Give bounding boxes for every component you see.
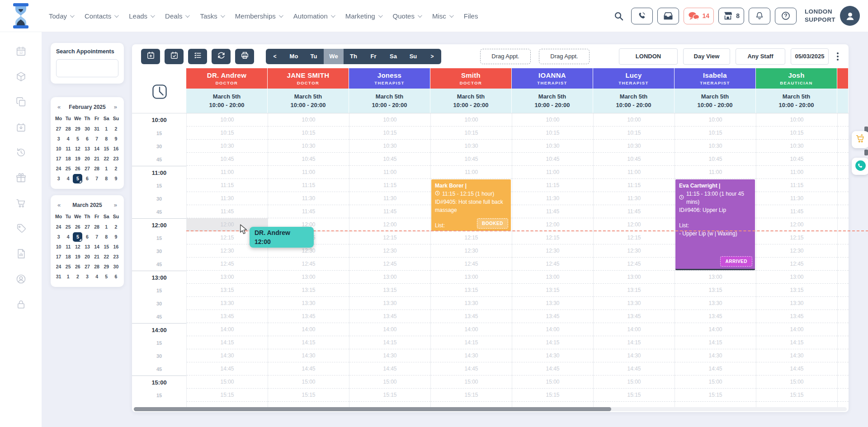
time-slot-cell[interactable]: 13:45 — [349, 310, 430, 323]
time-slot-cell[interactable]: 14:30 — [268, 349, 349, 362]
time-slot-cell[interactable]: 14:00 — [268, 323, 349, 336]
time-slot-cell[interactable]: 11:00 — [675, 166, 756, 179]
day-tab-su[interactable]: Su — [403, 49, 423, 64]
time-slot-cell[interactable]: 13:00 — [349, 271, 430, 284]
next-month-button[interactable]: » — [114, 202, 117, 208]
time-slot-cell[interactable]: 14:45 — [349, 362, 430, 375]
time-slot-cell[interactable]: 15:15 — [594, 389, 675, 402]
time-slot-cell[interactable]: 11:15 — [594, 179, 675, 192]
calendar-day[interactable]: 24 — [54, 222, 63, 232]
time-slot-cell[interactable]: 10:45 — [512, 153, 593, 166]
time-slot-cell[interactable]: 10:30 — [594, 140, 675, 153]
time-slot-cell[interactable]: 13:15 — [675, 284, 756, 297]
time-slot-cell[interactable]: 10:00 — [187, 113, 268, 127]
time-slot-cell[interactable]: 11:45 — [594, 205, 675, 218]
appointment-card[interactable]: Mark Borer |11:15 - 12:15 (1 hour)ID#940… — [431, 179, 511, 231]
nav-item-leads[interactable]: Leads — [129, 12, 154, 20]
calendar-day[interactable]: 1 — [102, 124, 111, 134]
time-slot-cell[interactable] — [838, 310, 849, 323]
time-slot-cell[interactable]: 15:00 — [756, 375, 837, 389]
phone-button[interactable] — [631, 8, 653, 24]
calendar-day[interactable]: 4 — [63, 174, 73, 183]
time-slot-cell[interactable]: 12:30 — [594, 244, 675, 258]
app-logo[interactable] — [11, 3, 32, 29]
time-slot-cell[interactable]: 11:45 — [187, 205, 268, 218]
time-slot-cell[interactable]: 15:15 — [756, 389, 837, 402]
time-slot-cell[interactable] — [838, 153, 849, 166]
time-slot-cell[interactable]: 15:00 — [268, 375, 349, 389]
sidebar-item-account[interactable] — [15, 274, 27, 286]
inbox-button[interactable] — [657, 8, 679, 24]
calendar-day[interactable]: 24 — [54, 164, 63, 174]
time-slot-cell[interactable]: 14:30 — [431, 349, 512, 362]
time-slot-cell[interactable]: 10:15 — [187, 127, 268, 140]
calendar-day[interactable]: 29 — [102, 262, 111, 272]
time-slot-cell[interactable]: 10:00 — [675, 113, 756, 127]
time-slot-cell[interactable]: 14:30 — [675, 349, 756, 362]
phone-circle-float-button[interactable] — [852, 158, 868, 175]
time-slot-cell[interactable]: 12:45 — [594, 258, 675, 271]
time-slot-cell[interactable]: 10:15 — [594, 127, 675, 140]
time-slot-cell[interactable] — [838, 349, 849, 362]
sidebar-item-package[interactable] — [15, 71, 27, 83]
calendar-day[interactable]: 28 — [92, 222, 102, 232]
calendar-day[interactable]: 17 — [54, 252, 63, 262]
calendar-day[interactable]: 3 — [82, 272, 92, 282]
date-input[interactable]: 05/03/2025 — [791, 48, 829, 65]
time-slot-cell[interactable]: 11:30 — [756, 192, 837, 205]
appointment-card[interactable]: Eva Cartwright |11:15 - 13:00 (1 hour 45… — [675, 179, 755, 270]
time-slot-cell[interactable]: 13:30 — [594, 297, 675, 310]
calendar-day[interactable]: 27 — [82, 262, 92, 272]
calendar-day[interactable]: 29 — [73, 124, 82, 134]
time-slot-cell[interactable]: 14:15 — [187, 336, 268, 349]
next-month-button[interactable]: » — [114, 103, 117, 110]
time-slot-cell[interactable] — [838, 113, 849, 127]
time-slot-cell[interactable]: 14:45 — [756, 362, 837, 375]
time-slot-cell[interactable]: 15:15 — [349, 389, 430, 402]
nav-item-quotes[interactable]: Quotes — [393, 12, 421, 20]
calendar-day[interactable]: 9 — [111, 134, 121, 144]
calendar-day[interactable]: 31 — [54, 272, 63, 282]
time-slot-cell[interactable]: 11:15 — [187, 179, 268, 192]
time-slot-cell[interactable] — [838, 231, 849, 244]
calendar-day[interactable]: 28 — [92, 262, 102, 272]
time-slot-cell[interactable]: 14:45 — [187, 362, 268, 375]
time-slot-cell[interactable]: 10:45 — [431, 153, 512, 166]
time-slot-cell[interactable]: 12:00 — [512, 218, 593, 231]
time-slot-cell[interactable]: 10:30 — [431, 140, 512, 153]
calendar-day[interactable]: 17 — [54, 154, 63, 164]
calendar-day[interactable]: 27 — [54, 124, 63, 134]
sidebar-item-report[interactable] — [15, 249, 27, 260]
calendar-day[interactable]: 31 — [92, 124, 102, 134]
time-slot-cell[interactable]: 12:45 — [512, 258, 593, 271]
staff-select[interactable]: Any Staff — [736, 48, 785, 65]
calendar-day[interactable]: 7 — [92, 232, 102, 242]
time-slot-cell[interactable] — [838, 166, 849, 179]
time-slot-cell[interactable]: 10:00 — [756, 113, 837, 127]
calendar-day[interactable]: 27 — [82, 164, 92, 174]
time-slot-cell[interactable]: 11:00 — [756, 166, 837, 179]
calendar-day[interactable]: 24 — [54, 262, 63, 272]
time-slot-cell[interactable]: 13:15 — [512, 284, 593, 297]
calendar-day[interactable]: 9 — [111, 174, 121, 183]
time-slot-cell[interactable]: 14:00 — [756, 323, 837, 336]
calendar-day[interactable]: 7 — [92, 174, 102, 183]
time-slot-cell[interactable]: 11:15 — [268, 179, 349, 192]
day-tab-fr[interactable]: Fr — [363, 49, 383, 64]
time-slot-cell[interactable]: 13:45 — [268, 310, 349, 323]
time-slot-cell[interactable] — [838, 389, 849, 402]
next-day-button[interactable]: > — [423, 49, 441, 64]
calendar-day[interactable]: 6 — [111, 272, 121, 282]
sidebar-item-calendar-download[interactable] — [15, 122, 27, 134]
time-slot-cell[interactable]: 11:30 — [268, 192, 349, 205]
time-slot-cell[interactable]: 14:15 — [268, 336, 349, 349]
calendar-day[interactable]: 23 — [111, 252, 121, 262]
time-slot-cell[interactable]: 13:15 — [187, 284, 268, 297]
calendar-day[interactable]: 10 — [54, 144, 63, 154]
time-slot-cell[interactable] — [838, 362, 849, 375]
calendar-day[interactable]: 19 — [73, 154, 82, 164]
time-slot-cell[interactable]: 15:15 — [187, 389, 268, 402]
time-slot-cell[interactable]: 11:00 — [349, 166, 430, 179]
time-slot-cell[interactable]: 12:30 — [512, 244, 593, 258]
time-slot-cell[interactable]: 13:30 — [675, 297, 756, 310]
